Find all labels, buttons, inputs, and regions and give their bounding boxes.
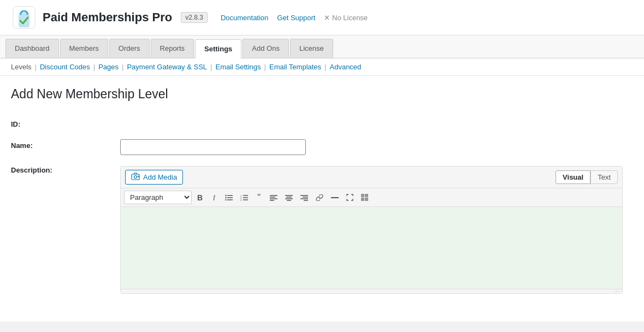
blockquote-button[interactable]: " xyxy=(253,192,265,204)
app-logo-icon xyxy=(11,4,37,31)
add-media-label: Add Media xyxy=(143,173,177,181)
paragraph-format-select[interactable]: Paragraph Heading 1 Heading 2 Heading 3 … xyxy=(124,191,192,204)
editor-resize-handle[interactable]: ⋯ xyxy=(121,289,622,293)
align-left-button[interactable] xyxy=(267,193,280,203)
ordered-list-button[interactable]: 123 xyxy=(238,193,251,203)
description-row: Description: xyxy=(11,161,633,299)
page-title: Add New Membership Level xyxy=(11,87,633,102)
resize-dots-icon: ⋯ xyxy=(614,288,620,294)
svg-point-10 xyxy=(225,199,226,200)
svg-point-8 xyxy=(225,194,226,195)
subnav-advanced[interactable]: Advanced xyxy=(330,63,362,71)
align-right-button[interactable] xyxy=(298,193,311,203)
tab-dashboard[interactable]: Dashboard xyxy=(5,39,59,58)
name-row: Name: xyxy=(11,134,633,161)
sub-nav: Levels | Discount Codes | Pages | Paymen… xyxy=(0,58,644,76)
view-mode-toggles: Visual Text xyxy=(556,170,618,184)
membership-level-form: ID: Name: Description: xyxy=(11,112,633,299)
add-media-button[interactable]: Add Media xyxy=(125,170,183,185)
no-license-badge: ✕ No License xyxy=(324,14,368,22)
svg-rect-32 xyxy=(361,198,364,201)
description-label: Description: xyxy=(11,161,120,299)
sep-3: | xyxy=(122,63,123,71)
subnav-levels: Levels xyxy=(11,63,32,71)
subnav-email-settings[interactable]: Email Settings xyxy=(215,63,261,71)
tab-settings[interactable]: Settings xyxy=(195,39,241,58)
subnav-payment-gateway[interactable]: Payment Gateway & SSL xyxy=(127,63,207,71)
tab-members[interactable]: Members xyxy=(60,39,108,58)
toolbar-toggle-button[interactable] xyxy=(358,192,371,203)
subnav-pages[interactable]: Pages xyxy=(98,63,119,71)
sep-5: | xyxy=(264,63,266,71)
tab-orders[interactable]: Orders xyxy=(109,39,150,58)
editor-content-area[interactable] xyxy=(121,207,622,289)
svg-rect-30 xyxy=(361,194,364,197)
svg-text:3: 3 xyxy=(240,199,242,201)
sep-2: | xyxy=(93,63,95,71)
svg-rect-31 xyxy=(365,194,368,197)
version-badge: v2.8.3 xyxy=(181,12,208,23)
visual-toggle[interactable]: Visual xyxy=(556,170,590,184)
sep-6: | xyxy=(324,63,326,71)
sep-4: | xyxy=(210,63,212,71)
link-button[interactable] xyxy=(313,193,326,203)
svg-point-9 xyxy=(225,197,226,198)
text-toggle[interactable]: Text xyxy=(590,170,618,184)
svg-rect-33 xyxy=(365,198,368,201)
app-title: Paid Memberships Pro xyxy=(43,10,172,25)
name-label: Name: xyxy=(11,134,120,161)
main-content: Add New Membership Level ID: Name: Descr… xyxy=(0,76,644,322)
editor-top-bar: Add Media Visual Text xyxy=(121,167,622,188)
svg-point-2 xyxy=(134,176,137,179)
align-center-button[interactable] xyxy=(282,193,296,203)
unordered-list-button[interactable] xyxy=(222,193,235,203)
italic-button[interactable]: I xyxy=(208,192,220,203)
name-input[interactable] xyxy=(120,139,306,155)
subnav-email-templates[interactable]: Email Templates xyxy=(269,63,321,71)
subnav-discount-codes[interactable]: Discount Codes xyxy=(40,63,90,71)
add-media-icon xyxy=(131,173,140,182)
tab-addons[interactable]: Add Ons xyxy=(243,39,289,58)
documentation-link[interactable]: Documentation xyxy=(221,14,268,22)
description-editor: Add Media Visual Text Paragraph Head xyxy=(120,166,623,294)
app-header: Paid Memberships Pro v2.8.3 Documentatio… xyxy=(0,0,644,35)
tab-license[interactable]: License xyxy=(290,39,333,58)
sep-1: | xyxy=(35,63,37,71)
get-support-link[interactable]: Get Support xyxy=(277,14,315,22)
id-label: ID: xyxy=(11,112,120,134)
main-nav: Dashboard Members Orders Reports Setting… xyxy=(0,35,644,58)
fullscreen-button[interactable] xyxy=(344,192,356,203)
tab-reports[interactable]: Reports xyxy=(151,39,194,58)
horizontal-rule-button[interactable] xyxy=(328,193,341,202)
bold-button[interactable]: B xyxy=(194,192,206,203)
editor-toolbar: Paragraph Heading 1 Heading 2 Heading 3 … xyxy=(121,188,622,207)
logo-area: Paid Memberships Pro xyxy=(11,4,172,31)
id-row: ID: xyxy=(11,112,633,134)
header-links: Documentation Get Support ✕ No License xyxy=(221,14,368,22)
